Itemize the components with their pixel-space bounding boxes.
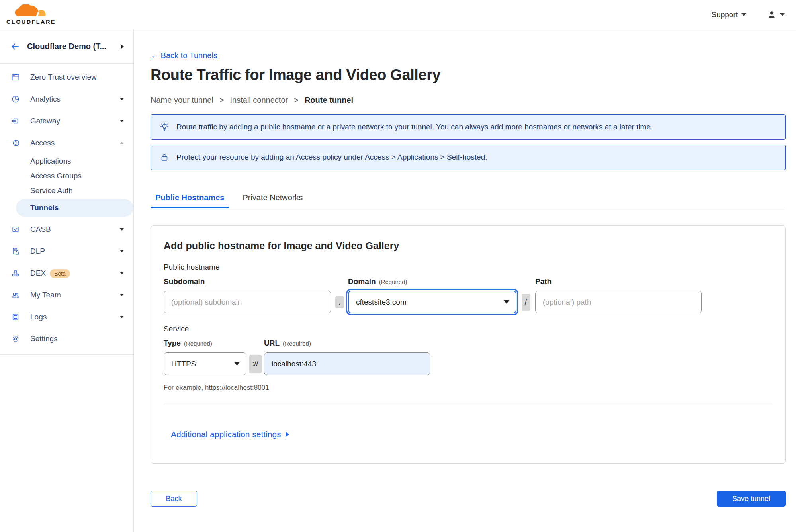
tab-private-networks[interactable]: Private Networks: [238, 193, 307, 208]
support-label: Support: [711, 10, 738, 19]
sidebar-item-casb[interactable]: CASB: [0, 218, 133, 240]
sidebar-item-access[interactable]: Access: [0, 132, 133, 154]
sidebar-item-dex[interactable]: DEXBeta: [0, 262, 133, 284]
gateway-icon: [11, 117, 20, 125]
service-type-select[interactable]: HTTPS: [164, 352, 246, 375]
page-title: Route Traffic for Image and Video Galler…: [151, 66, 786, 84]
path-label: Path: [535, 277, 702, 286]
breadcrumb-separator: >: [219, 96, 224, 105]
sidebar-item-label: Zero Trust overview: [30, 73, 124, 82]
sidebar-item-access-groups[interactable]: Access Groups: [0, 168, 133, 183]
sidebar-subitem-label: Service Auth: [30, 186, 73, 195]
breadcrumb-step-name-your-tunnel[interactable]: Name your tunnel: [151, 96, 213, 105]
domain-select[interactable]: cftestsite3.com: [348, 291, 516, 313]
dot-separator: .: [335, 296, 344, 308]
chevron-right-icon: [286, 432, 289, 437]
access-applications-self-hosted-link[interactable]: Access > Applications > Self-hosted: [365, 153, 485, 161]
chevron-down-icon: [234, 362, 240, 366]
chevron-down-icon: [120, 250, 124, 252]
sidebar-item-label: DLP: [30, 247, 110, 256]
sidebar-item-label: Access: [30, 139, 110, 147]
dlp-icon: [11, 247, 20, 256]
additional-application-settings-toggle[interactable]: Additional application settings: [171, 430, 289, 439]
breadcrumb-step-install-connector[interactable]: Install connector: [230, 96, 288, 105]
back-to-tunnels-link[interactable]: ← Back to Tunnels: [151, 51, 217, 60]
sidebar-item-label: Logs: [30, 313, 110, 321]
service-fields: Type(Required) URL(Required) HTTPS ://: [164, 339, 773, 375]
type-label: Type(Required): [164, 339, 246, 348]
sidebar-item-zero-trust-overview[interactable]: Zero Trust overview: [0, 66, 133, 88]
cloudflare-wordmark: CLOUDFLARE: [6, 19, 56, 25]
chevron-down-icon: [120, 316, 124, 318]
access-icon: [11, 139, 20, 147]
sidebar-subitem-label: Access Groups: [30, 172, 82, 180]
public-hostname-section-label: Public hostname: [164, 263, 773, 272]
overview-icon: [11, 73, 20, 82]
save-tunnel-button[interactable]: Save tunnel: [717, 491, 786, 507]
sidebar-item-tunnels[interactable]: Tunnels: [16, 199, 133, 217]
subdomain-input[interactable]: [164, 291, 331, 313]
breadcrumb: Name your tunnel > Install connector > R…: [151, 96, 786, 105]
url-label: URL(Required): [264, 339, 430, 348]
analytics-icon: [11, 95, 20, 104]
chevron-down-icon: [120, 98, 124, 100]
back-button[interactable]: Back: [151, 491, 197, 507]
slash-separator: /: [522, 294, 530, 311]
sidebar-item-logs[interactable]: Logs: [0, 306, 133, 328]
domain-select-value: cftestsite3.com: [356, 298, 407, 307]
top-bar-right: Support: [711, 10, 785, 20]
cloudflare-logo[interactable]: CLOUDFLARE: [6, 4, 56, 25]
zero-trust-dashboard: CLOUDFLARE Support: [0, 0, 796, 532]
sidebar-item-analytics[interactable]: Analytics: [0, 88, 133, 110]
gear-icon: [11, 334, 20, 343]
sidebar-item-service-auth[interactable]: Service Auth: [0, 183, 133, 198]
sidebar-item-my-team[interactable]: My Team: [0, 284, 133, 306]
sidebar-nav: Zero Trust overview Analytics Gateway: [0, 64, 133, 355]
breadcrumb-separator: >: [294, 96, 299, 105]
chevron-down-icon: [120, 120, 124, 122]
card-divider: [164, 404, 773, 404]
wizard-actions: Back Save tunnel: [151, 491, 786, 507]
sidebar-divider: [0, 354, 133, 355]
account-name: Cloudflare Demo (T...: [27, 42, 113, 51]
public-hostname-fields: Subdomain Domain(Required) Path . cftest…: [164, 277, 773, 313]
sidebar-subitem-label: Tunnels: [30, 203, 59, 212]
sidebar-item-label: My Team: [30, 291, 110, 299]
scheme-separator: ://: [249, 355, 262, 373]
user-icon: [767, 10, 776, 20]
breadcrumb-step-route-tunnel: Route tunnel: [305, 96, 353, 105]
required-hint: (Required): [283, 340, 311, 347]
banner-text: Route traffic by adding a public hostnam…: [176, 123, 653, 131]
sidebar-item-gateway[interactable]: Gateway: [0, 110, 133, 132]
service-section-label: Service: [164, 325, 773, 333]
collapse-sidebar-icon[interactable]: [121, 44, 124, 49]
banner-text: Protect your resource by adding an Acces…: [176, 153, 487, 162]
sidebar-item-applications[interactable]: Applications: [0, 154, 133, 168]
support-menu[interactable]: Support: [711, 10, 746, 19]
chevron-down-icon: [780, 13, 785, 16]
beta-badge: Beta: [50, 269, 70, 278]
path-input[interactable]: [535, 291, 702, 313]
required-hint: (Required): [184, 340, 212, 347]
subdomain-label: Subdomain: [164, 277, 331, 286]
service-url-input[interactable]: [264, 352, 430, 375]
info-banner-access-policy: Protect your resource by adding an Acces…: [151, 145, 786, 170]
tab-public-hostnames[interactable]: Public Hostnames: [151, 193, 229, 208]
user-menu[interactable]: [767, 10, 785, 20]
sidebar-item-dlp[interactable]: DLP: [0, 240, 133, 262]
add-public-hostname-card: Add public hostname for Image and Video …: [151, 225, 786, 464]
sidebar-item-label: Gateway: [30, 117, 110, 125]
top-bar: CLOUDFLARE Support: [0, 0, 796, 29]
sidebar: Cloudflare Demo (T... Zero Trust overvie…: [0, 29, 134, 532]
cloudflare-cloud-icon: [8, 4, 55, 19]
sidebar-header: Cloudflare Demo (T...: [0, 29, 133, 64]
back-arrow-icon[interactable]: [10, 42, 20, 51]
required-hint: (Required): [379, 278, 407, 285]
info-banner-route-traffic: Route traffic by adding a public hostnam…: [151, 114, 786, 140]
sidebar-item-settings[interactable]: Settings: [0, 328, 133, 350]
sidebar-item-label: DEXBeta: [30, 269, 110, 278]
chevron-down-icon: [120, 272, 124, 274]
domain-label: Domain(Required): [348, 277, 516, 286]
url-example-hint: For example, https://localhost:8001: [164, 384, 773, 392]
team-icon: [11, 291, 20, 299]
